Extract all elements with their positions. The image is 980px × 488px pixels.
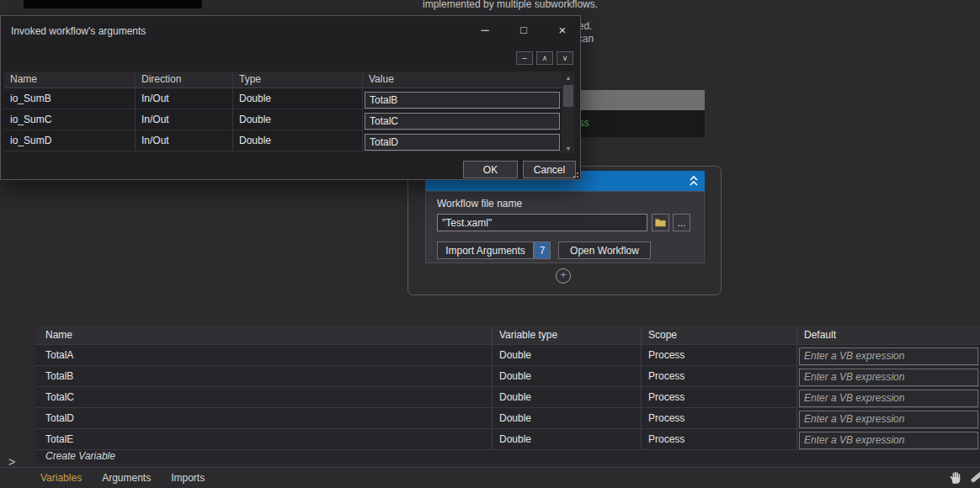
variable-name[interactable]: TotalC (35, 387, 493, 407)
tab-arguments[interactable]: Arguments (102, 472, 151, 484)
scroll-up-icon[interactable]: ▲ (562, 72, 575, 83)
browse-folder-button[interactable] (652, 214, 669, 231)
variables-col-scope: Scope (642, 326, 797, 344)
window-controls: ─ □ × (476, 21, 572, 38)
argument-value-cell (363, 109, 562, 130)
app-root: { "dialog": { "title": "Invoked workflow… (0, 0, 980, 488)
open-workflow-button[interactable]: Open Workflow (558, 241, 651, 259)
argument-value-cell (363, 88, 562, 109)
variable-name[interactable]: TotalD (35, 408, 493, 428)
argument-row[interactable]: io_SumB In/Out Double (4, 88, 562, 109)
invoked-arguments-dialog: Invoked workflow's arguments ─ □ × − ∧ ∨… (0, 15, 581, 180)
variable-default-cell (797, 366, 980, 386)
variable-name[interactable]: TotalA (35, 345, 493, 365)
move-down-icon[interactable]: ∨ (557, 51, 573, 65)
variable-default-cell (797, 408, 980, 428)
workflow-file-name-input[interactable] (437, 214, 647, 231)
variable-scope[interactable]: Process (642, 345, 797, 365)
wrench-icon[interactable] (970, 470, 980, 483)
argument-name[interactable]: io_SumC (4, 109, 136, 130)
arguments-col-name: Name (4, 72, 136, 88)
browse-more-button[interactable]: ... (673, 214, 690, 231)
tab-variables[interactable]: Variables (40, 472, 82, 484)
ok-button[interactable]: OK (463, 161, 518, 178)
pan-hand-icon[interactable] (948, 470, 963, 485)
remove-argument-icon[interactable]: − (516, 51, 533, 65)
variable-row[interactable]: TotalE Double Process (35, 429, 980, 450)
arguments-col-type: Type (233, 72, 363, 88)
variable-name[interactable]: TotalB (35, 366, 493, 386)
variable-default-input[interactable] (799, 347, 978, 365)
variable-default-input[interactable] (799, 411, 978, 428)
ellipsis-icon: ... (677, 217, 685, 229)
argument-type[interactable]: Double (233, 130, 363, 151)
cancel-button[interactable]: Cancel (523, 161, 576, 178)
variable-default-input[interactable] (799, 432, 978, 449)
argument-type[interactable]: Double (233, 88, 363, 109)
move-up-icon[interactable]: ∧ (536, 51, 553, 65)
arguments-scrollbar[interactable]: ▲ ▼ (562, 72, 575, 154)
variable-row[interactable]: TotalA Double Process (35, 345, 980, 366)
variable-type[interactable]: Double (493, 366, 642, 386)
variable-type[interactable]: Double (493, 408, 642, 428)
import-arguments-button[interactable]: Import Arguments (437, 241, 534, 259)
argument-direction[interactable]: In/Out (136, 130, 233, 151)
variable-type[interactable]: Double (493, 429, 642, 449)
status-bar: Variables Arguments Imports (0, 467, 980, 488)
minimize-icon[interactable]: ─ (476, 21, 494, 38)
panel-tabs: Variables Arguments Imports (40, 468, 205, 488)
argument-type[interactable]: Double (233, 109, 363, 130)
argument-row[interactable]: io_SumD In/Out Double (4, 130, 562, 151)
tab-imports[interactable]: Imports (171, 472, 205, 484)
argument-direction[interactable]: In/Out (136, 88, 233, 109)
dialog-title: Invoked workflow's arguments (11, 25, 146, 37)
arguments-table: Name Direction Type Value io_SumB In/Out… (4, 72, 562, 151)
variable-default-cell (797, 387, 980, 407)
arguments-header-row: Name Direction Type Value (4, 72, 562, 88)
maximize-icon[interactable]: □ (514, 21, 533, 38)
arguments-col-value: Value (363, 72, 562, 88)
variable-type[interactable]: Double (493, 345, 642, 365)
resize-grip[interactable] (572, 171, 578, 178)
variable-default-cell (797, 345, 980, 365)
variable-scope[interactable]: Process (642, 429, 797, 449)
argument-direction[interactable]: In/Out (136, 109, 233, 130)
variables-table: Name Variable type Scope Default TotalA … (35, 326, 980, 464)
variable-default-input[interactable] (799, 390, 978, 407)
argument-value-input[interactable] (365, 134, 560, 151)
variable-row[interactable]: TotalD Double Process (35, 408, 980, 429)
variable-row[interactable]: TotalC Double Process (35, 387, 980, 408)
variable-name[interactable]: TotalE (35, 429, 493, 449)
annotation-text-top: implemented by multiple subworkflows. (423, 0, 598, 10)
variable-row[interactable]: TotalB Double Process (35, 366, 980, 387)
invoke-workflow-card: Workflow file name ... Import Arguments … (425, 191, 705, 263)
variables-header-row: Name Variable type Scope Default (35, 326, 980, 345)
argument-value-input[interactable] (365, 113, 560, 130)
variables-col-default: Default (797, 326, 980, 344)
close-icon[interactable]: × (553, 21, 572, 38)
variable-default-cell (797, 429, 980, 449)
window-top-strip (24, 0, 202, 8)
variable-scope[interactable]: Process (642, 366, 797, 386)
arguments-count-badge[interactable]: 7 (534, 241, 551, 259)
variables-col-name: Name (35, 326, 493, 344)
scroll-down-icon[interactable]: ▼ (562, 142, 575, 154)
variable-type[interactable]: Double (493, 387, 642, 407)
argument-value-cell (363, 130, 562, 151)
scrollbar-thumb[interactable] (563, 85, 573, 107)
folder-icon (655, 218, 666, 227)
add-activity-icon[interactable]: + (556, 268, 571, 284)
argument-row[interactable]: io_SumC In/Out Double (4, 109, 562, 130)
create-variable-link[interactable]: Create Variable (35, 450, 980, 464)
variable-default-input[interactable] (799, 369, 978, 386)
argument-name[interactable]: io_SumD (4, 130, 136, 151)
argument-name[interactable]: io_SumB (4, 88, 136, 109)
argument-row-toolbar: − ∧ ∨ (516, 51, 573, 65)
argument-value-input[interactable] (365, 92, 560, 109)
variables-col-type: Variable type (493, 326, 642, 344)
workflow-file-name-label: Workflow file name (437, 198, 522, 210)
variable-scope[interactable]: Process (642, 408, 797, 428)
arguments-col-direction: Direction (136, 72, 233, 88)
collapse-activity-icon[interactable] (689, 175, 699, 187)
variable-scope[interactable]: Process (642, 387, 797, 407)
